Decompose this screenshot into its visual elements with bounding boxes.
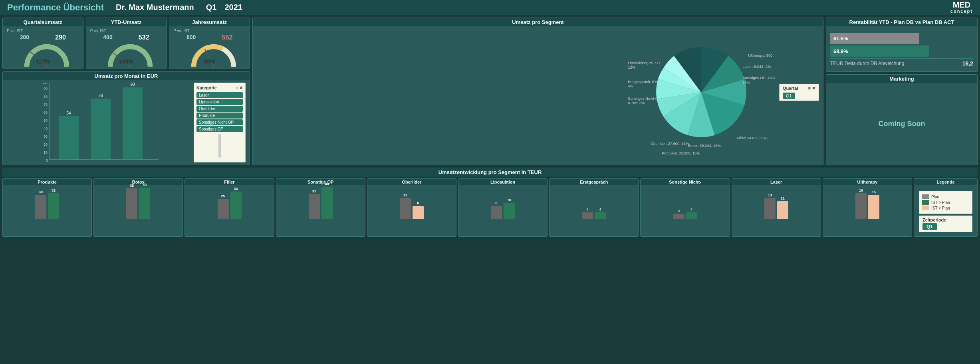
bar-rect [777, 201, 788, 219]
header-doctor: Dr. Max Mustermann [116, 3, 194, 12]
coming-soon: Coming Soon [830, 85, 973, 162]
left-panel: Quartalsumsatz P vs. IST 200 290 [2, 18, 250, 165]
bar-rect [413, 206, 424, 219]
mini-bar-erstgespraech-plan: 4 [582, 208, 593, 219]
header-logo: MED concept [950, 1, 973, 14]
kpi-jahres-title: Jahresumsatz [169, 18, 250, 26]
svg-text:Laser; 5.043; 2%: Laser; 5.043; 2% [742, 64, 771, 69]
bar-chart-legend: Kategorie ≡ ✕ Laser Liposuktion Oberlide… [194, 83, 246, 162]
legend-area: Plan IST > Plan IST < Plan Zeitperiode [917, 187, 975, 235]
svg-text:Liposuktion; 25.717;: Liposuktion; 25.717; [628, 61, 661, 65]
svg-text:10: 10 [44, 150, 48, 154]
mini-bar-sonstigeNicht-ist: 4 [686, 208, 697, 219]
svg-text:Produkte; 32.000; 15%: Produkte; 32.000; 15% [662, 151, 700, 155]
scrollbar[interactable] [218, 134, 221, 158]
legend-swatch-ist-lt [922, 206, 929, 210]
mini-bar-chart-sonstige-op: 31 40 [279, 187, 363, 219]
mini-bar-chart-filler: 25 34 [187, 187, 271, 219]
svg-point-5 [212, 65, 215, 68]
mini-bar-chart-sonstige-nicht: 3 4 [643, 187, 727, 219]
kpi-quartal-gauge: 127% [23, 43, 63, 65]
svg-point-3 [129, 65, 132, 68]
rentability-title: Rentabilität YTD - Plan DB vs Plan DB AC… [826, 18, 977, 26]
legend-item-produkte[interactable]: Produkte [196, 113, 243, 119]
svg-text:0: 0 [46, 158, 48, 162]
bar-rect [504, 203, 515, 219]
mini-bar-chart-laser: 13 11 [734, 187, 818, 219]
legend-item-sonstiges-nichtop[interactable]: Sonstiges Nicht-OP [196, 119, 243, 125]
legend-item-sonstiges-op[interactable]: Sonstiges OP [196, 126, 243, 132]
mini-bar-filler-plan: 25 [218, 194, 229, 219]
legend-item-oberlider[interactable]: Oberlider [196, 106, 243, 112]
svg-text:100: 100 [41, 83, 47, 85]
bottom-charts-row: Produkte 30 32 Botox 38 [2, 177, 978, 237]
svg-text:Oberlider; 27.600; 13%: Oberlider; 27.600; 13% [651, 141, 689, 146]
bottom-chart-botox: Botox 38 39 [93, 178, 183, 237]
svg-text:6.709; 3%: 6.709; 3% [628, 101, 645, 105]
kpi-jahres: Jahresumsatz P vs. IST 800 552 [169, 18, 250, 69]
top-content: Quartalsumsatz P vs. IST 200 290 [0, 15, 980, 168]
svg-rect-22 [91, 99, 111, 159]
kpi-jahres-gauge: 65% [190, 43, 230, 65]
mini-bar-laser-plan: 13 [764, 193, 776, 219]
legend-item-liposuktion[interactable]: Liposuktion [196, 99, 243, 105]
mini-bar-sonstigeNicht-plan: 3 [673, 209, 684, 219]
svg-text:3: 3 [131, 161, 133, 162]
bar-chart-inner: 0 10 20 30 40 50 60 70 80 90 100 [7, 83, 246, 162]
bar-rect [868, 195, 879, 219]
svg-text:30: 30 [44, 135, 48, 138]
bar-rect [126, 188, 137, 219]
kpi-jahres-subtitle: P vs. IST [173, 29, 246, 33]
bottom-chart-header-sonstige-nicht: Sonstige Nicht- [641, 179, 729, 185]
legend-swatch-ist-gt [922, 200, 929, 205]
bottom-chart-sonstige-nicht: Sonstige Nicht- 3 4 [640, 178, 730, 237]
svg-text:1: 1 [67, 161, 69, 162]
svg-text:90: 90 [130, 83, 135, 87]
zeitperiode-value[interactable]: Q1 [922, 223, 937, 230]
svg-text:12%: 12% [628, 65, 635, 69]
mini-bar-sonstigeop-plan: 31 [309, 189, 320, 219]
bar-rect [230, 192, 242, 219]
legend-box: Plan IST > Plan IST < Plan [919, 191, 972, 214]
bar-rect [321, 187, 333, 219]
mini-bar-chart-liposuktion: 8 10 [461, 187, 545, 219]
mid-panel: Umsatz pro Segment Liposuktion; 25.717; … [252, 18, 823, 165]
kpi-quartal-subtitle: P vs. IST [7, 29, 79, 33]
rent-bar-1: 61,5% [830, 33, 919, 44]
bar-rect [48, 193, 59, 219]
bar-chart-title: Umsatz pro Monat in EUR [3, 72, 250, 80]
mini-bar-chart-oberlider: 13 8 [370, 187, 454, 219]
bar-rect [764, 198, 776, 219]
pie-chart-area: Liposuktion; 25.717; 12% Erstgespräch; 8… [257, 30, 775, 158]
bottom-chart-ultherapy: Ultherapy 16 15 [823, 178, 912, 237]
bottom-panel: Umsatzentwicklung pro Segment in TEUR Pr… [0, 168, 980, 239]
bottom-chart-liposuktion: Liposuktion 8 10 [458, 178, 548, 237]
legend-item-laser[interactable]: Laser [196, 92, 243, 98]
svg-text:40: 40 [44, 127, 48, 131]
quartal-filter[interactable]: Quartal ≡ ✕ Q1 [779, 84, 819, 101]
bar-rect [400, 198, 411, 219]
mini-bar-sonstigeop-ist: 40 [321, 182, 333, 219]
quartal-tag[interactable]: Q1 [783, 93, 795, 99]
svg-text:80: 80 [44, 95, 48, 99]
quartal-filter-title: Quartal ≡ ✕ [783, 86, 815, 91]
svg-text:54: 54 [66, 111, 71, 115]
bottom-chart-header-filler: Filler [185, 179, 274, 185]
mini-bar-ultherapy-plan: 16 [855, 188, 867, 219]
mini-bar-chart-ultherapy: 16 15 [825, 187, 909, 219]
kpi-ytd-values: 400 532 [90, 34, 163, 41]
kpi-jahres-values: 800 552 [173, 34, 246, 41]
bottom-chart-header-botox: Botox [94, 179, 183, 185]
bar-rect [309, 194, 320, 219]
legend-title: Kategorie ≡ ✕ [196, 85, 243, 91]
bottom-chart-header-sonstige-op: Sonstige OP [276, 179, 365, 185]
svg-text:60: 60 [44, 111, 48, 115]
mini-bar-produkte-ist: 32 [48, 188, 59, 219]
dashboard: Performance Übersicht Dr. Max Mustermann… [0, 0, 980, 364]
mini-bar-liposuktion-plan: 8 [491, 201, 502, 219]
marketing-section: Marketing Coming Soon [826, 74, 978, 165]
bar-rect [855, 193, 867, 219]
svg-text:Filler; 34.030; 15%: Filler; 34.030; 15% [737, 136, 768, 140]
bar-rect [139, 188, 150, 219]
mini-bar-oberlider-ist: 8 [413, 201, 424, 219]
